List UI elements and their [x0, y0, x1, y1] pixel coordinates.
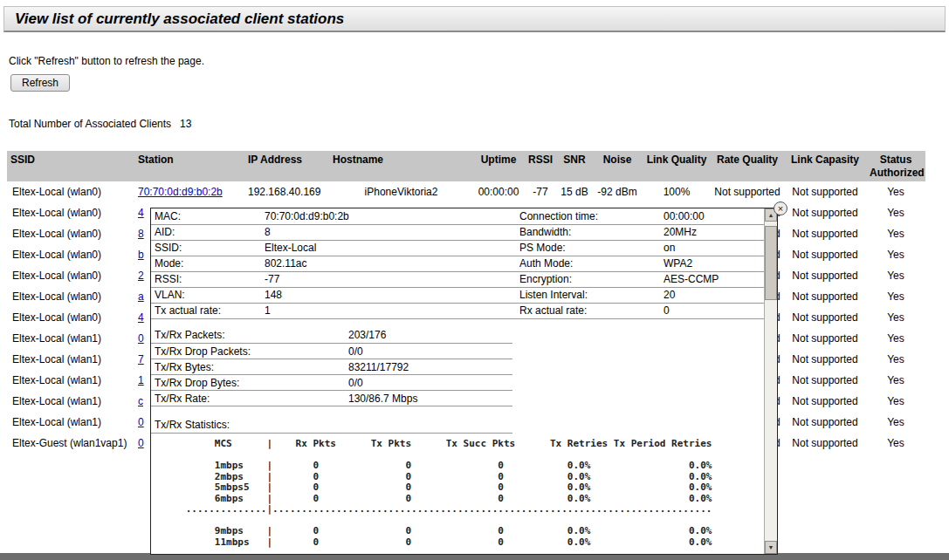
popup-scrollbar[interactable]: ▲ ▼ — [764, 208, 777, 554]
txrx-value: 0/0 — [345, 344, 512, 359]
cell-ssid: Eltex-Local (wlan1) — [7, 328, 134, 349]
detail-label: Bandwidth: — [516, 224, 660, 240]
detail-value: AES-CCMP — [660, 271, 764, 287]
txrx-label: Tx/Rx Packets: — [151, 328, 345, 344]
cell-link_capacity: Not supported — [784, 370, 866, 391]
detail-value: 148 — [261, 287, 516, 303]
txrx-label: Tx/Rx Bytes: — [151, 359, 345, 375]
cell-ssid: Eltex-Local (wlan1) — [7, 349, 134, 370]
detail-row: RSSI:-77Encryption:AES-CCMP — [151, 271, 764, 287]
mcs-stats-table: MCS | Rx Pkts Tx Pkts Tx Succ Pkts Tx Re… — [151, 439, 764, 548]
station-link[interactable]: 0 — [138, 437, 144, 449]
detail-label: SSID: — [151, 240, 261, 256]
cell-ssid: Eltex-Local (wlan0) — [7, 307, 134, 328]
detail-row: MAC:70:70:0d:d9:b0:2bConnection time:00:… — [151, 208, 764, 224]
header-noise: Noise — [592, 151, 643, 167]
total-clients-label: Total Number of Associated Clients — [9, 118, 171, 130]
cell-status: Yes — [866, 202, 925, 223]
detail-label: AID: — [151, 224, 261, 240]
detail-value: on — [660, 240, 764, 256]
station-detail-table: MAC:70:70:0d:d9:b0:2bConnection time:00:… — [151, 208, 764, 319]
header-uptime: Uptime — [473, 151, 524, 167]
header-link-quality: Link Quality — [643, 151, 711, 167]
cell-status: Yes — [866, 181, 925, 202]
header-snr: SNR — [557, 151, 592, 167]
cell-link_quality: 100% — [643, 181, 711, 202]
scrollbar-thumb[interactable] — [765, 226, 777, 300]
detail-value: 1 — [261, 303, 516, 318]
total-clients-value: 13 — [180, 118, 191, 130]
detail-value: Eltex-Local — [261, 240, 516, 256]
cell-link_capacity: Not supported — [784, 223, 866, 244]
detail-label: VLAN: — [151, 287, 261, 303]
table-subheader-row: Authorized — [7, 167, 925, 181]
station-link[interactable]: b — [138, 249, 144, 261]
detail-label: Rx actual rate: — [516, 303, 660, 318]
station-link[interactable]: 8 — [138, 228, 144, 240]
cell-status: Yes — [866, 286, 925, 307]
cell-rate_quality: Not supported — [711, 181, 784, 202]
station-link[interactable]: 0 — [138, 416, 144, 428]
detail-label: Listen Interval: — [516, 287, 660, 303]
detail-label: RSSI: — [151, 271, 261, 287]
station-link[interactable]: 4 — [138, 207, 144, 219]
stats-section-label: Tx/Rx Statistics: — [151, 417, 512, 434]
cell-status: Yes — [866, 391, 925, 412]
cell-status: Yes — [866, 328, 925, 349]
cell-link_capacity: Not supported — [784, 349, 866, 370]
station-link[interactable]: 7 — [138, 353, 144, 365]
txrx-row: Tx/Rx Drop Bytes:0/0 — [151, 375, 512, 391]
detail-row: VLAN:148Listen Interval:20 — [151, 287, 764, 303]
cell-uptime: 00:00:00 — [473, 181, 524, 202]
detail-label: Tx actual rate: — [151, 303, 261, 318]
detail-label: MAC: — [151, 208, 261, 224]
cell-status: Yes — [866, 433, 925, 454]
txrx-value: 0/0 — [345, 375, 512, 391]
station-link[interactable]: c — [138, 395, 143, 407]
cell-link_capacity: Not supported — [784, 433, 866, 454]
cell-ssid: Eltex-Local (wlan1) — [7, 370, 134, 391]
refresh-button[interactable]: Refresh — [10, 74, 70, 92]
cell-link_capacity: Not supported — [784, 202, 866, 223]
detail-value: 20MHz — [660, 224, 764, 240]
cell-station: 70:70:0d:d9:b0:2b — [134, 181, 244, 202]
cell-link_capacity: Not supported — [784, 244, 866, 265]
station-link[interactable]: 0 — [138, 332, 144, 345]
header-ip-address: IP Address — [244, 151, 329, 167]
header-station: Station — [134, 151, 244, 167]
cell-rssi: -77 — [524, 181, 557, 202]
txrx-label: Tx/Rx Rate: — [151, 391, 345, 406]
station-link[interactable]: 70:70:0d:d9:b0:2b — [138, 186, 223, 198]
cell-status: Yes — [866, 349, 925, 370]
station-link[interactable]: 2 — [138, 270, 144, 282]
cell-status: Yes — [866, 412, 925, 433]
station-link[interactable]: 4 — [138, 311, 144, 324]
detail-value: WPA2 — [660, 256, 764, 271]
txrx-counters-table: Tx/Rx Packets:203/176Tx/Rx Drop Packets:… — [151, 328, 512, 407]
station-link[interactable]: 1 — [138, 374, 144, 386]
cell-link_capacity: Not supported — [784, 391, 866, 412]
detail-label: Mode: — [151, 256, 261, 271]
txrx-row: Tx/Rx Bytes:83211/17792 — [151, 359, 512, 375]
scrollbar-down-icon[interactable]: ▼ — [765, 541, 777, 554]
cell-ssid: Eltex-Local (wlan0) — [7, 286, 134, 307]
cell-snr: 15 dB — [557, 181, 592, 202]
header-rssi: RSSI — [524, 151, 557, 167]
header-ssid: SSID — [7, 151, 134, 167]
page-title-bar: View list of currently associated client… — [3, 6, 946, 32]
cell-hostname: iPhoneViktoria2 — [329, 181, 473, 202]
station-link[interactable]: a — [138, 290, 144, 303]
detail-label: Connection time: — [516, 208, 660, 224]
cell-ssid: Eltex-Local (wlan0) — [7, 265, 134, 286]
table-row: Eltex-Local (wlan0)70:70:0d:d9:b0:2b192.… — [7, 181, 925, 202]
txrx-row: Tx/Rx Rate:130/86.7 Mbps — [151, 391, 512, 406]
detail-value: 70:70:0d:d9:b0:2b — [261, 208, 516, 224]
close-icon[interactable]: × — [774, 201, 787, 215]
detail-row: AID:8Bandwidth:20MHz — [151, 224, 764, 240]
detail-value: -77 — [261, 271, 516, 287]
popup-content: MAC:70:70:0d:d9:b0:2bConnection time:00:… — [151, 208, 764, 554]
cell-link_capacity: Not supported — [784, 286, 866, 307]
cell-status: Yes — [866, 307, 925, 328]
txrx-value: 130/86.7 Mbps — [345, 391, 512, 406]
header-rate-quality: Rate Quality — [711, 151, 784, 167]
